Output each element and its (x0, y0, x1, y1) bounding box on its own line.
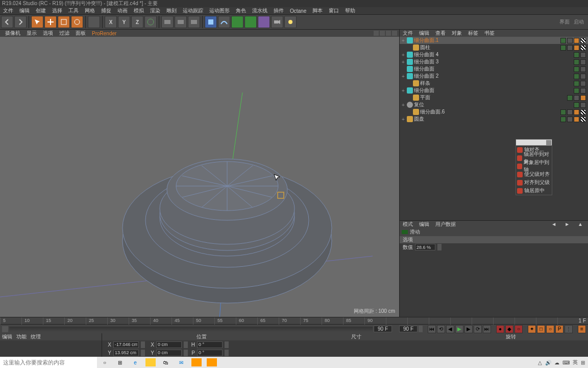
rot-input[interactable] (197, 341, 223, 348)
tree-row[interactable]: +圆盘 (400, 116, 588, 123)
key-scale-button[interactable]: □ (537, 325, 545, 333)
mat-menu-1[interactable]: 功能 (16, 333, 27, 340)
layout-selector[interactable]: 界面启动 (559, 18, 587, 26)
render-settings[interactable] (188, 16, 200, 28)
menu-item-3[interactable]: 选择 (49, 7, 65, 14)
key-rot-button[interactable]: ○ (546, 325, 554, 333)
tree-row[interactable]: +细分曲面 (400, 87, 588, 94)
spinner[interactable] (437, 244, 442, 250)
vp-menu-0[interactable]: 摄像机 (2, 30, 23, 37)
expand-icon[interactable]: + (401, 59, 406, 65)
frame-field-1[interactable]: 90 F (374, 326, 392, 332)
render-pv[interactable] (175, 16, 187, 28)
tag-g[interactable] (560, 109, 566, 115)
vp-btn-4[interactable] (392, 31, 397, 36)
tag-g[interactable] (560, 38, 566, 43)
tag-g[interactable] (574, 52, 579, 58)
object-tree[interactable]: +细分曲面.1圆柱+细分曲面 4+细分曲面 3细分曲面+细分曲面 2样条+细分曲… (400, 37, 588, 124)
menu-item-14[interactable]: 流水线 (249, 7, 271, 14)
move-tool[interactable] (44, 16, 57, 28)
tree-row[interactable]: +细分曲面 2 (400, 73, 588, 80)
pos-input[interactable] (113, 350, 139, 356)
timeline[interactable]: 51015202530354045505560657075808590 1 F (0, 317, 588, 324)
menu-item-15[interactable]: 插件 (271, 7, 287, 14)
tag-d[interactable] (580, 74, 586, 79)
viewport[interactable]: 网格间距 : 100 cm (0, 37, 399, 317)
cortana-icon[interactable]: ○ (97, 357, 112, 368)
tree-row[interactable]: +细分曲面 4 (400, 51, 588, 58)
size-input[interactable] (156, 341, 182, 348)
x-axis-lock[interactable]: X (105, 16, 117, 28)
mat-menu-0[interactable]: 编辑 (2, 333, 12, 340)
add-environment[interactable] (258, 16, 270, 28)
system-tray[interactable]: △🔊☁⌨英⊞ (538, 359, 588, 366)
expand-icon[interactable]: + (401, 74, 406, 79)
tag-g[interactable] (574, 88, 579, 94)
redo-button[interactable] (14, 16, 27, 28)
close-icon[interactable] (546, 140, 551, 145)
tag-d[interactable] (580, 81, 586, 86)
tree-row[interactable]: +细分曲面 3 (400, 58, 588, 65)
undo-button[interactable] (1, 16, 13, 28)
add-generator[interactable] (231, 16, 243, 28)
tag-g[interactable] (574, 74, 579, 79)
menu-item-4[interactable]: 工具 (65, 7, 82, 14)
scale-tool[interactable] (58, 16, 70, 28)
attr-up-icon[interactable]: ▲ (575, 221, 586, 227)
menu-item-16[interactable]: Octane (287, 8, 309, 14)
play-button[interactable]: ▶ (455, 325, 463, 333)
tray-icon[interactable]: 🔊 (545, 360, 551, 365)
attr-menu-1[interactable]: 编辑 (416, 221, 432, 228)
tag-g[interactable] (560, 117, 566, 122)
menu-item-17[interactable]: 脚本 (309, 7, 326, 14)
tag-chk[interactable] (580, 45, 586, 51)
align-menu-item[interactable]: 使父级对齐 (516, 170, 552, 178)
tag-d[interactable] (580, 52, 586, 58)
tag-d[interactable] (580, 102, 586, 108)
vp-menu-4[interactable]: 面板 (72, 30, 89, 37)
tag-g[interactable] (574, 81, 579, 86)
render-view[interactable] (161, 16, 174, 28)
goto-start-button[interactable]: ⏮ (428, 325, 436, 333)
tag-g[interactable] (560, 45, 566, 51)
key-pla-button[interactable]: ⋮ (565, 325, 573, 333)
tag-d[interactable] (580, 88, 586, 94)
menu-item-1[interactable]: 编辑 (16, 7, 33, 14)
menu-item-13[interactable]: 角色 (233, 7, 249, 14)
frame-field-2[interactable]: 90 F (399, 326, 418, 332)
prev-key-button[interactable]: ⟲ (437, 325, 445, 333)
tag-d[interactable] (580, 66, 586, 72)
tree-row[interactable]: +复位 (400, 101, 588, 108)
tag-o[interactable] (574, 109, 579, 115)
obj-menu-4[interactable]: 标签 (465, 30, 481, 37)
obj-menu-0[interactable]: 文件 (400, 30, 416, 37)
tree-row[interactable]: +细分曲面.1 (400, 37, 588, 44)
menu-item-11[interactable]: 运动跟踪 (180, 7, 206, 14)
taskview-icon[interactable]: ⊞ (112, 357, 128, 368)
autokey-button[interactable]: ◆ (505, 325, 513, 333)
menu-item-9[interactable]: 渲染 (147, 7, 163, 14)
tag-chk[interactable] (580, 38, 586, 43)
world-axis[interactable] (144, 16, 157, 28)
expand-icon[interactable]: + (401, 38, 406, 43)
next-frame-button[interactable]: ▶ (464, 325, 473, 333)
attr-fwd-icon[interactable]: ► (561, 221, 573, 227)
menu-item-5[interactable]: 网格 (82, 7, 98, 14)
tag-d[interactable] (567, 38, 573, 43)
rot-input[interactable] (197, 350, 223, 356)
tree-row[interactable]: 平面 (400, 94, 588, 101)
tag-o[interactable] (580, 95, 586, 101)
tray-icon[interactable]: ⌨ (562, 360, 570, 365)
app2-icon[interactable] (207, 358, 217, 366)
obj-menu-2[interactable]: 查看 (432, 30, 449, 37)
attr-param-input[interactable] (415, 244, 435, 250)
search-input[interactable] (0, 357, 97, 368)
app-icon[interactable] (191, 358, 202, 366)
align-menu-item[interactable]: 对齐到父级 (516, 178, 552, 187)
select-tool[interactable] (31, 16, 43, 28)
mail-icon[interactable]: ✉ (174, 357, 189, 368)
tag-d[interactable] (574, 95, 579, 101)
menu-item-10[interactable]: 雕刻 (163, 7, 180, 14)
menu-item-2[interactable]: 创建 (33, 7, 49, 14)
prev-frame-button[interactable]: ◀ (446, 325, 454, 333)
